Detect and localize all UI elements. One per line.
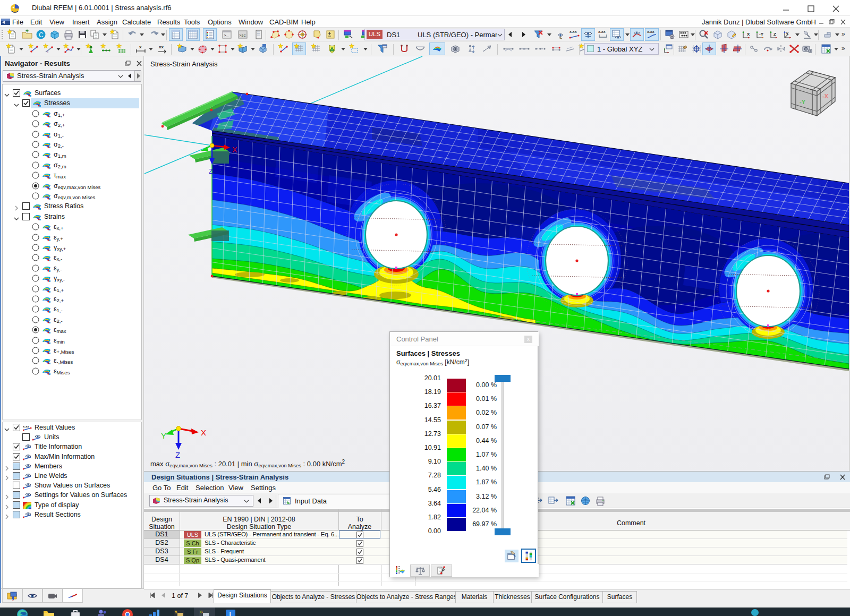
svg-text:C: C — [39, 31, 44, 39]
svg-text:>_: >_ — [224, 33, 229, 38]
svg-text:Y: Y — [786, 31, 789, 36]
svg-text:x.xx: x.xx — [598, 30, 606, 33]
svg-text:-X: -X — [822, 93, 829, 99]
svg-text:Z: Z — [774, 32, 776, 37]
svg-text:x.xx: x.xx — [23, 425, 29, 428]
svg-text:>sc: >sc — [239, 33, 246, 38]
svg-text:Y: Y — [161, 431, 166, 440]
svg-text:Z: Z — [175, 450, 180, 459]
svg-text:6: 6 — [200, 610, 203, 614]
svg-text:x: x — [139, 45, 142, 49]
svg-text:I: I — [47, 50, 48, 54]
svg-text:i: i — [230, 611, 231, 616]
svg-text:xx: xx — [159, 45, 164, 49]
svg-text:X: X — [201, 428, 206, 437]
svg-text:X: X — [747, 32, 750, 37]
svg-text:5: 5 — [175, 610, 177, 614]
svg-text:Z: Z — [209, 168, 212, 175]
svg-text:-Y: -Y — [800, 99, 806, 105]
svg-text:-Y: -Y — [759, 32, 764, 37]
svg-text:X: X — [232, 146, 237, 154]
svg-text:x.xx: x.xx — [647, 30, 654, 33]
svg-text:x.xx: x.xx — [570, 30, 577, 33]
